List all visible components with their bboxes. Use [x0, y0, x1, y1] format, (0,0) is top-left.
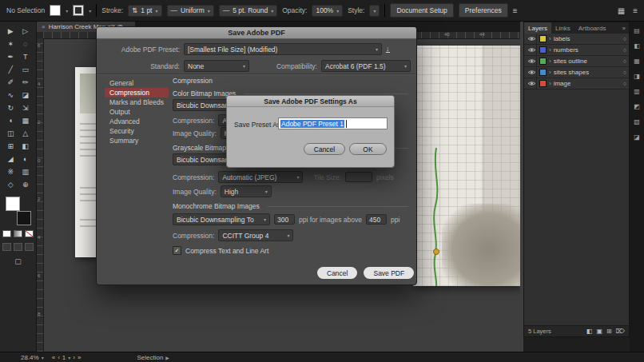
free-transform-tool[interactable]: ▦ [19, 115, 32, 125]
stroke-caret-icon[interactable]: ▾ [89, 8, 91, 14]
workspace-switcher-icon[interactable]: ▦ [618, 6, 625, 15]
mono-resample-dropdown[interactable]: Bicubic Downsampling To ▾ [173, 213, 270, 225]
sidebar-item-advanced[interactable]: Advanced [105, 117, 169, 126]
stroke-swatch[interactable] [73, 5, 84, 16]
target-circle-icon[interactable]: ○ [623, 36, 626, 42]
visibility-eye-icon[interactable] [527, 45, 537, 55]
expand-chevron-icon[interactable]: › [549, 35, 551, 42]
standard-dropdown[interactable]: None ▾ [184, 60, 249, 72]
expand-chevron-icon[interactable]: › [549, 69, 551, 76]
sidebar-item-summary[interactable]: Summary [105, 136, 169, 145]
eyedropper-tool[interactable]: ◢ [4, 153, 17, 164]
cancel-button[interactable]: Cancel [317, 267, 357, 279]
app-menu-icon[interactable]: ≡ [633, 6, 638, 15]
sidebar-item-security[interactable]: Security [105, 126, 169, 136]
rotate-tool[interactable]: ↻ [4, 102, 17, 113]
mono-ppi-field[interactable]: 300 [274, 214, 295, 225]
direct-selection-tool[interactable]: ▷ [19, 26, 32, 36]
first-artboard-button[interactable]: « [52, 354, 55, 361]
expand-chevron-icon[interactable]: › [549, 80, 551, 87]
scale-tool[interactable]: ⇲ [19, 102, 32, 113]
gradient-button[interactable] [14, 230, 22, 237]
stroke-panel-icon[interactable]: ▥ [634, 88, 640, 95]
stroke-color-swatch[interactable] [17, 211, 31, 225]
save-preset-icon[interactable]: ↓ [386, 46, 390, 53]
preset-name-input[interactable]: Adobe PDF Preset 1 [278, 117, 388, 129]
symbols-panel-icon[interactable]: ◨ [634, 73, 640, 80]
style-dropdown[interactable]: ▾ [369, 5, 380, 17]
layer-row[interactable]: › labels ○ [524, 34, 629, 45]
gray-quality-dropdown[interactable]: High ▾ [221, 185, 272, 197]
visibility-eye-icon[interactable] [527, 78, 537, 89]
width-tool[interactable]: ◖ [4, 115, 17, 125]
swatches-panel-icon[interactable]: ◧ [634, 42, 640, 50]
align-options-icon[interactable]: ≡ [513, 6, 518, 15]
mono-threshold-field[interactable]: 450 [366, 214, 387, 225]
expand-chevron-icon[interactable]: › [549, 58, 551, 65]
draw-behind-button[interactable] [14, 243, 22, 251]
appearance-panel-icon[interactable]: ◪ [634, 133, 640, 141]
fill-color-swatch[interactable] [6, 197, 20, 211]
layer-row[interactable]: › sites shapes ○ [524, 67, 629, 78]
draw-inside-button[interactable] [25, 243, 34, 251]
layer-row[interactable]: › sites outline ○ [524, 56, 629, 67]
preset-cancel-button[interactable]: Cancel [304, 143, 345, 155]
delete-layer-icon[interactable]: ⌦ [616, 328, 625, 335]
visibility-eye-icon[interactable] [527, 34, 537, 44]
compress-text-checkbox[interactable]: ✓ [173, 246, 181, 255]
rectangle-tool[interactable]: ▭ [19, 64, 32, 74]
close-icon[interactable]: × [42, 23, 46, 30]
layer-row[interactable]: › image ○ [524, 78, 629, 90]
status-indicator-dropdown[interactable]: Selection ▶ [137, 354, 169, 361]
type-tool[interactable]: T [19, 51, 32, 62]
sidebar-item-output[interactable]: Output [105, 107, 169, 117]
pencil-tool[interactable]: ✏ [19, 77, 32, 87]
shaper-tool[interactable]: ∿ [4, 90, 17, 100]
hand-tool[interactable]: ◇ [4, 179, 17, 189]
tab-layers[interactable]: Layers [524, 22, 551, 34]
pdf-preset-dropdown[interactable]: [Smallest File Size] (Modified) ▾ [184, 43, 382, 55]
tab-links[interactable]: Links [551, 22, 574, 34]
artboard-number-dropdown[interactable]: 1 ▾ [62, 354, 70, 361]
brush-definition-dropdown[interactable]: — Uniform ▾ [167, 5, 214, 17]
target-circle-icon[interactable]: ○ [623, 47, 626, 53]
symbol-sprayer-tool[interactable]: ※ [4, 166, 17, 177]
sidebar-item-marks-and-bleeds[interactable]: Marks and Bleeds [105, 97, 169, 107]
line-segment-tool[interactable]: ╱ [4, 64, 17, 74]
collapse-panel-icon[interactable]: » [619, 25, 629, 32]
zoom-tool[interactable]: ⊕ [19, 179, 32, 189]
brushes-panel-icon[interactable]: ▦ [634, 58, 640, 65]
preset-ok-button[interactable]: OK [349, 143, 387, 155]
layer-row[interactable]: › numbers ○ [524, 45, 629, 56]
lasso-tool[interactable]: ◌ [19, 38, 32, 49]
target-circle-icon[interactable]: ○ [623, 81, 626, 86]
document-setup-button[interactable]: Document Setup [390, 3, 453, 18]
gradient-tool[interactable]: ◧ [19, 141, 32, 151]
transparency-panel-icon[interactable]: ▧ [634, 118, 640, 125]
color-button[interactable] [2, 230, 11, 237]
last-artboard-button[interactable]: » [78, 354, 81, 361]
tab-artboards[interactable]: Artboards [574, 22, 610, 34]
prev-artboard-button[interactable]: ‹ [58, 354, 60, 361]
make-mask-icon[interactable]: ◧ [586, 328, 593, 335]
visibility-eye-icon[interactable] [527, 67, 537, 78]
mono-compression-dropdown[interactable]: CCITT Group 4 ▾ [218, 229, 293, 241]
fill-swatch[interactable] [50, 5, 61, 16]
draw-normal-button[interactable] [2, 243, 11, 251]
compatibility-dropdown[interactable]: Acrobat 6 (PDF 1.5) ▾ [321, 60, 411, 72]
screen-mode-icon[interactable]: ▢ [14, 257, 22, 265]
target-circle-icon[interactable]: ○ [623, 70, 626, 75]
shape-builder-tool[interactable]: ◫ [4, 128, 17, 138]
opacity-dropdown[interactable]: 100% ▾ [312, 5, 343, 17]
sidebar-item-general[interactable]: General [105, 78, 169, 88]
save-pdf-button[interactable]: Save PDF [364, 267, 414, 279]
mesh-tool[interactable]: ⊞ [4, 141, 17, 151]
tile-size-field[interactable] [345, 172, 372, 182]
pen-tool[interactable]: ✒ [4, 51, 17, 62]
target-circle-icon[interactable]: ○ [623, 58, 626, 64]
stroke-weight-stepper[interactable]: ⇅ 1 pt ▾ [128, 5, 161, 17]
zoom-level-dropdown[interactable]: 28.4% ▾ [21, 354, 44, 361]
gradient-panel-icon[interactable]: ◩ [634, 103, 640, 110]
new-layer-icon[interactable]: ⊞ [606, 328, 612, 335]
color-panel-icon[interactable]: ▤ [634, 27, 640, 34]
